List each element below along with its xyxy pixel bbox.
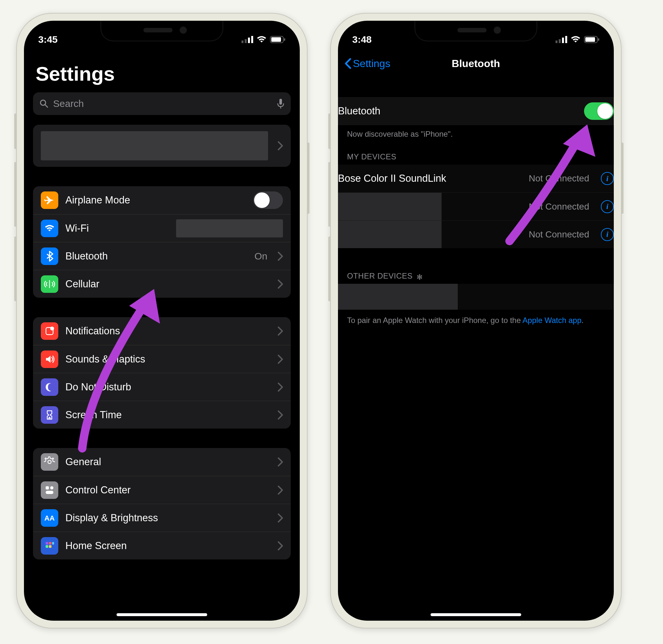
row-display[interactable]: AA Display & Brightness	[33, 504, 291, 532]
bluetooth-toggle[interactable]	[584, 102, 614, 120]
row-cellular[interactable]: Cellular	[33, 270, 291, 298]
chevron-right-icon	[278, 327, 283, 336]
svg-rect-5	[271, 37, 281, 42]
chevron-right-icon	[278, 486, 283, 495]
mic-icon[interactable]	[277, 99, 284, 109]
page-title: Settings	[33, 49, 291, 92]
row-label: General	[65, 456, 101, 468]
row-label: Sounds & Haptics	[65, 353, 145, 365]
profile-row[interactable]	[33, 125, 291, 167]
display-icon: AA	[41, 509, 58, 527]
chevron-right-icon	[278, 141, 283, 150]
row-label: Do Not Disturb	[65, 381, 131, 393]
settings-group-connectivity: Airplane Mode Wi-Fi Bluetooth On	[33, 186, 291, 298]
device-row[interactable]: Not Connected i	[338, 193, 614, 220]
row-screentime[interactable]: Screen Time	[33, 401, 291, 428]
svg-rect-3	[251, 36, 253, 43]
row-label: Bluetooth	[65, 250, 108, 262]
chevron-right-icon	[278, 355, 283, 364]
battery-icon	[270, 36, 285, 43]
discoverable-text: Now discoverable as "iPhone".	[338, 125, 614, 142]
device-status: Not Connected	[529, 229, 589, 240]
row-sounds[interactable]: Sounds & Haptics	[33, 345, 291, 373]
status-time: 3:48	[352, 34, 372, 45]
row-wifi[interactable]: Wi-Fi	[33, 214, 291, 242]
phone-left: 3:45 Settings Search	[16, 13, 307, 628]
device-row[interactable]: Not Connected i	[338, 220, 614, 248]
row-label: Notifications	[65, 325, 120, 337]
row-airplane-mode[interactable]: Airplane Mode	[33, 186, 291, 214]
spinner-icon	[417, 272, 424, 280]
info-button[interactable]: i	[601, 200, 614, 213]
status-time: 3:45	[38, 34, 58, 45]
svg-rect-16	[46, 491, 53, 494]
control-center-icon	[41, 481, 58, 499]
row-detail: On	[254, 251, 268, 262]
cellular-signal-icon	[555, 36, 567, 43]
bluetooth-icon	[41, 247, 58, 265]
battery-icon	[584, 36, 599, 43]
chevron-right-icon	[278, 458, 283, 466]
screen-settings: 3:45 Settings Search	[24, 21, 300, 621]
home-screen-icon	[41, 537, 58, 555]
chevron-left-icon	[344, 58, 351, 69]
svg-rect-28	[585, 37, 595, 42]
status-icons	[555, 36, 599, 43]
settings-group-general: General Control Center AA Display & Brig…	[33, 448, 291, 559]
row-label: Control Center	[65, 484, 131, 496]
nav-bar: Settings Bluetooth	[338, 49, 614, 78]
row-home-screen[interactable]: Home Screen	[33, 532, 291, 559]
row-bluetooth-toggle: Bluetooth	[338, 97, 614, 125]
chevron-right-icon	[278, 252, 283, 261]
wifi-icon	[256, 36, 267, 43]
device-row[interactable]: Bose Color II SoundLink Not Connected i	[338, 164, 614, 193]
status-icons	[242, 36, 285, 43]
sounds-icon	[41, 351, 58, 368]
row-dnd[interactable]: Do Not Disturb	[33, 373, 291, 401]
wifi-icon	[41, 220, 58, 237]
chevron-right-icon	[278, 383, 283, 392]
svg-rect-20	[52, 542, 54, 545]
back-label: Settings	[353, 58, 390, 70]
search-placeholder: Search	[53, 98, 84, 109]
svg-line-8	[45, 105, 48, 107]
notch	[100, 21, 223, 42]
svg-rect-1	[245, 39, 247, 43]
info-button[interactable]: i	[601, 172, 614, 185]
notifications-icon	[41, 322, 58, 340]
svg-text:AA: AA	[44, 514, 55, 522]
home-indicator[interactable]	[117, 613, 207, 616]
bluetooth-label: Bluetooth	[338, 105, 381, 117]
svg-rect-0	[242, 41, 244, 43]
search-input[interactable]: Search	[33, 92, 291, 115]
row-notifications[interactable]: Notifications	[33, 317, 291, 345]
row-bluetooth[interactable]: Bluetooth On	[33, 242, 291, 270]
svg-rect-18	[46, 542, 48, 545]
svg-rect-2	[248, 38, 250, 43]
device-status: Not Connected	[529, 201, 589, 212]
svg-rect-21	[46, 545, 48, 548]
device-status: Not Connected	[529, 173, 589, 184]
screentime-icon	[41, 406, 58, 424]
device-name: Bose Color II SoundLink	[338, 173, 446, 184]
home-indicator[interactable]	[431, 613, 521, 616]
device-row[interactable]	[338, 284, 614, 310]
row-control-center[interactable]: Control Center	[33, 476, 291, 504]
redacted-block	[338, 193, 441, 220]
nav-title: Bluetooth	[452, 58, 500, 70]
back-button[interactable]: Settings	[344, 58, 390, 70]
row-general[interactable]: General	[33, 448, 291, 476]
apple-watch-link[interactable]: Apple Watch app	[523, 316, 581, 325]
info-button[interactable]: i	[601, 228, 614, 241]
airplane-toggle[interactable]	[253, 192, 283, 209]
svg-rect-29	[598, 38, 599, 41]
phone-right: 3:48 Settings Bluetooth Bluetooth Now di…	[330, 13, 622, 628]
my-devices-header: MY DEVICES	[338, 142, 614, 164]
redacted-block	[41, 131, 268, 160]
search-icon	[40, 99, 49, 108]
general-icon	[41, 453, 58, 471]
svg-rect-25	[562, 38, 564, 43]
svg-rect-26	[565, 36, 567, 43]
chevron-right-icon	[278, 541, 283, 550]
chevron-right-icon	[278, 280, 283, 289]
